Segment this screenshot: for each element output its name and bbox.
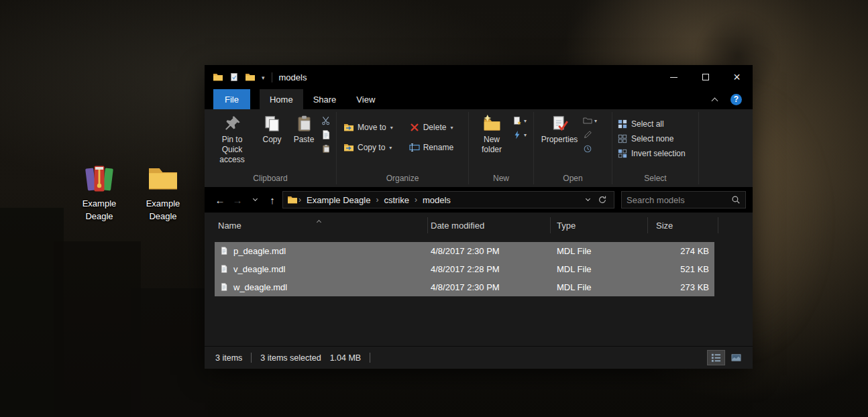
file-row[interactable]: w_deagle.mdl 4/8/2017 2:30 PM MDL File 2… bbox=[215, 278, 714, 296]
search-box[interactable] bbox=[621, 191, 746, 208]
organize-group-label: Organize bbox=[337, 172, 468, 187]
edit-icon bbox=[583, 130, 592, 139]
address-bar-right bbox=[586, 195, 610, 204]
file-icon bbox=[220, 282, 228, 292]
wallpaper-building bbox=[131, 288, 208, 417]
column-header-name[interactable]: Name bbox=[218, 221, 241, 231]
selection-count: 3 items selected bbox=[260, 353, 321, 363]
tab-view[interactable]: View bbox=[346, 89, 385, 109]
pin-icon bbox=[223, 115, 241, 133]
file-icon bbox=[220, 245, 228, 256]
column-divider[interactable] bbox=[647, 217, 648, 233]
column-header-size[interactable]: Size bbox=[656, 221, 673, 231]
easy-access-button[interactable]: ▾ bbox=[512, 130, 527, 139]
close-button[interactable]: × bbox=[721, 65, 753, 89]
select-none-button[interactable]: Select none bbox=[616, 133, 688, 144]
invert-selection-button[interactable]: Invert selection bbox=[616, 148, 688, 159]
refresh-icon[interactable] bbox=[598, 195, 607, 204]
details-view-button[interactable] bbox=[708, 351, 724, 365]
edit-button[interactable] bbox=[583, 130, 597, 139]
select-all-button[interactable]: Select all bbox=[616, 119, 688, 129]
delete-label: Delete bbox=[423, 123, 447, 132]
breadcrumb-item[interactable]: models bbox=[418, 195, 455, 205]
tab-label: File bbox=[225, 95, 239, 105]
clipboard-group-label: Clipboard bbox=[205, 172, 336, 187]
new-folder-icon bbox=[483, 115, 501, 133]
paste-shortcut-icon[interactable] bbox=[321, 144, 331, 154]
thumbnails-view-button[interactable] bbox=[728, 351, 745, 365]
cut-icon[interactable] bbox=[321, 116, 331, 125]
column-header-date-modified[interactable]: Date modified bbox=[431, 221, 484, 231]
search-icon[interactable] bbox=[731, 195, 741, 204]
select-group-label: Select bbox=[612, 172, 698, 187]
window-title: models bbox=[279, 72, 307, 82]
maximize-icon bbox=[702, 74, 709, 80]
search-input[interactable] bbox=[627, 195, 731, 205]
tab-share[interactable]: Share bbox=[303, 89, 347, 109]
file-modified-cell: 4/8/2017 2:28 PM bbox=[431, 264, 500, 274]
chevron-down-icon: ▾ bbox=[524, 132, 527, 138]
pin-label: Pin to Quick access bbox=[211, 135, 254, 165]
winrar-archive-icon bbox=[83, 162, 115, 194]
new-item-button[interactable]: ▾ bbox=[512, 116, 527, 125]
desktop-icon-winrar-archive[interactable]: Example Deagle bbox=[70, 162, 129, 223]
column-divider[interactable] bbox=[718, 217, 718, 233]
select-none-label: Select none bbox=[631, 134, 673, 143]
forward-button[interactable]: → bbox=[229, 191, 246, 208]
desktop-icon-folder[interactable]: Example Deagle bbox=[133, 162, 193, 223]
breadcrumb-item[interactable]: Example Deagle bbox=[302, 195, 375, 205]
tab-file[interactable]: File bbox=[213, 89, 250, 109]
minimize-icon bbox=[670, 77, 677, 78]
copy-to-icon bbox=[343, 142, 354, 153]
rename-button[interactable]: Rename bbox=[406, 141, 457, 154]
minimize-button[interactable] bbox=[658, 65, 690, 89]
rename-icon bbox=[409, 142, 420, 153]
copy-to-button[interactable]: Copy to ▾ bbox=[340, 141, 396, 154]
properties-icon bbox=[551, 115, 569, 133]
file-type-cell: MDL File bbox=[557, 246, 592, 256]
view-toggle-buttons bbox=[708, 351, 745, 365]
copy-path-icon[interactable] bbox=[321, 130, 331, 139]
qat-customize-caret-icon[interactable]: ▾ bbox=[262, 74, 265, 81]
file-row[interactable]: v_deagle.mdl 4/8/2017 2:28 PM MDL File 5… bbox=[215, 260, 714, 278]
column-divider[interactable] bbox=[427, 217, 428, 233]
copy-icon bbox=[263, 115, 281, 133]
ribbon: Pin to Quick access Copy Paste bbox=[205, 109, 753, 187]
select-none-icon bbox=[618, 134, 627, 143]
collapse-ribbon-icon[interactable] bbox=[712, 97, 718, 104]
explorer-window: ▾ models × File Home Share View ? bbox=[205, 65, 753, 369]
pin-to-quick-access-button[interactable]: Pin to Quick access bbox=[208, 113, 256, 172]
paste-button[interactable]: Paste bbox=[288, 113, 320, 172]
history-button[interactable] bbox=[583, 144, 597, 154]
window-controls: × bbox=[658, 65, 753, 89]
paste-label: Paste bbox=[294, 135, 315, 145]
copy-button[interactable]: Copy bbox=[256, 113, 288, 172]
help-icon[interactable]: ? bbox=[730, 94, 742, 105]
open-button[interactable]: ▾ bbox=[583, 116, 597, 125]
sort-ascending-icon bbox=[317, 216, 321, 226]
address-bar[interactable]: › Example Deagle › cstrike › models bbox=[282, 191, 614, 208]
new-folder-button[interactable]: New folder bbox=[472, 113, 511, 172]
file-row[interactable]: p_deagle.mdl 4/8/2017 2:30 PM MDL File 2… bbox=[215, 242, 714, 260]
qat-properties-icon[interactable] bbox=[229, 72, 239, 82]
address-dropdown-icon[interactable] bbox=[586, 196, 590, 201]
qat-new-folder-icon[interactable] bbox=[245, 72, 256, 82]
up-button[interactable]: ↑ bbox=[264, 191, 281, 208]
column-divider[interactable] bbox=[550, 217, 551, 233]
move-to-icon bbox=[343, 122, 354, 133]
move-to-button[interactable]: Move to ▾ bbox=[340, 121, 396, 134]
properties-label: Properties bbox=[541, 135, 578, 145]
statusbar-divider bbox=[370, 353, 370, 363]
maximize-button[interactable] bbox=[690, 65, 721, 89]
delete-button[interactable]: Delete ▾ bbox=[406, 121, 457, 134]
item-count: 3 items bbox=[215, 353, 242, 363]
properties-button[interactable]: Properties bbox=[537, 113, 582, 172]
history-icon bbox=[583, 144, 592, 154]
back-button[interactable]: ← bbox=[211, 191, 229, 208]
explorer-folder-icon[interactable] bbox=[213, 72, 223, 82]
breadcrumb-item[interactable]: cstrike bbox=[379, 195, 414, 205]
column-header-type[interactable]: Type bbox=[557, 221, 576, 231]
tab-home[interactable]: Home bbox=[260, 89, 303, 109]
file-name-cell: p_deagle.mdl bbox=[233, 246, 286, 256]
recent-locations-button[interactable] bbox=[246, 191, 264, 208]
